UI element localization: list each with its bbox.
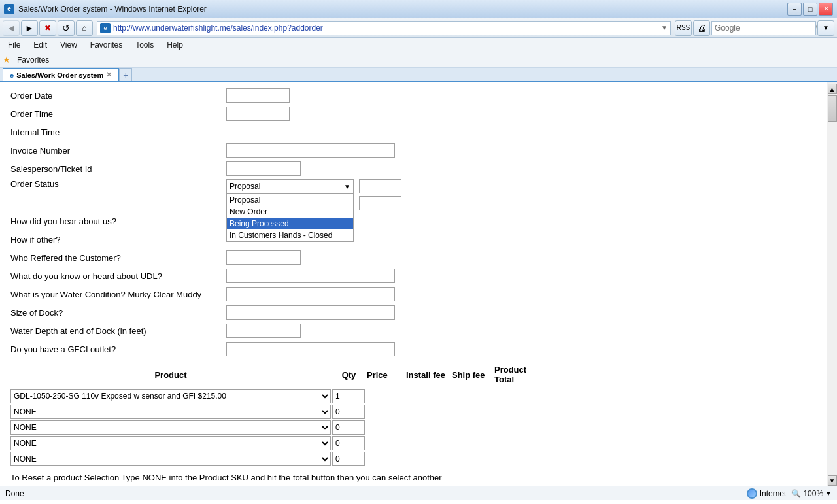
gfci-input[interactable]	[226, 342, 395, 356]
new-tab-button[interactable]: +	[119, 68, 132, 81]
scroll-down-button[interactable]: ▼	[828, 475, 837, 486]
order-date-input[interactable]	[226, 88, 290, 103]
menu-tools[interactable]: Tools	[130, 39, 159, 51]
close-button[interactable]: ✕	[819, 3, 833, 16]
zoom-icon[interactable]: 🔍	[791, 489, 801, 498]
dock-size-input[interactable]	[226, 305, 395, 320]
salesperson-label: Salesperson/Ticket Id	[10, 164, 226, 174]
qty-input-4[interactable]	[332, 452, 365, 466]
who-reffered-input[interactable]	[226, 250, 301, 265]
invoice-number-input[interactable]	[226, 143, 395, 158]
option-proposal[interactable]: Proposal	[227, 194, 353, 206]
product-row-3: NONEGDL-1050-250-SG 110v Exposed w senso…	[10, 436, 816, 450]
title-bar: e Sales/Work Order system - Windows Inte…	[0, 0, 837, 18]
favorites-star-icon: ★	[3, 55, 10, 65]
order-status-row: Order Status Proposal ▼ Proposal New Ord…	[10, 179, 816, 210]
home-button[interactable]: ⌂	[76, 20, 93, 36]
qty-input-1[interactable]	[332, 405, 365, 419]
order-status-select-display[interactable]: Proposal ▼	[226, 179, 354, 193]
product-select-4[interactable]: NONEGDL-1050-250-SG 110v Exposed w senso…	[10, 452, 331, 466]
zoom-dropdown-icon[interactable]: ▼	[825, 490, 832, 497]
product-select-1[interactable]: NONEGDL-1050-250-SG 110v Exposed w senso…	[10, 405, 331, 419]
who-reffered-row: Who Reffered the Customer?	[10, 250, 816, 265]
favorites-item[interactable]: Favorites	[13, 54, 53, 66]
qty-input-3[interactable]	[332, 436, 365, 450]
how-hear-label: How did you hear about us?	[10, 216, 226, 226]
water-depth-label: Water Depth at end of Dock (in feet)	[10, 326, 226, 336]
option-new-order[interactable]: New Order	[227, 206, 353, 218]
order-time-input[interactable]	[226, 107, 290, 121]
zoom-percent: 100%	[803, 489, 823, 498]
favorites-bar: ★ Favorites	[0, 52, 837, 68]
qty-input-2[interactable]	[332, 420, 365, 435]
rss-button[interactable]: RSS	[675, 20, 692, 36]
qty-input-0[interactable]	[332, 389, 365, 403]
reset-info-text: To Reset a product Selection Type NONE i…	[10, 473, 442, 482]
water-condition-label: What is your Water Condition? Murky Clea…	[10, 290, 226, 299]
page-icon: e	[100, 23, 111, 33]
how-other-label: How if other?	[10, 235, 226, 244]
salesperson-input[interactable]	[226, 161, 301, 176]
menu-bar: File Edit View Favorites Tools Help	[0, 38, 837, 52]
order-status-value: Proposal	[227, 182, 341, 191]
menu-view[interactable]: View	[55, 39, 82, 51]
order-date-label: Order Date	[10, 91, 226, 101]
product-select-2[interactable]: NONEGDL-1050-250-SG 110v Exposed w senso…	[10, 420, 331, 435]
order-status-dropdown-icon[interactable]: ▼	[341, 183, 353, 190]
globe-icon	[747, 488, 757, 499]
product-select-0[interactable]: GDL-1050-250-SG 110v Exposed w sensor an…	[10, 389, 331, 403]
forward-button[interactable]: ►	[21, 20, 38, 36]
order-status-dropdown-list: Proposal New Order Being Processed In Cu…	[226, 193, 354, 242]
internet-label: Internet	[760, 489, 787, 498]
who-reffered-label: Who Reffered the Customer?	[10, 253, 226, 263]
menu-file[interactable]: File	[3, 39, 26, 51]
back-button[interactable]: ◄	[3, 20, 20, 36]
window-title: Sales/Work Order system - Windows Intern…	[18, 5, 783, 14]
status-right: Internet 🔍 100% ▼	[747, 488, 832, 499]
product-row-2: NONEGDL-1050-250-SG 110v Exposed w senso…	[10, 420, 816, 435]
search-bar: 🔍	[711, 21, 816, 35]
products-section: Product Qty Price Install fee Ship fee P…	[10, 365, 816, 466]
products-header: Product Qty Price Install fee Ship fee P…	[10, 365, 816, 386]
water-condition-row: What is your Water Condition? Murky Clea…	[10, 286, 816, 302]
stop-button[interactable]: ✖	[39, 20, 56, 36]
zoom-control: 🔍 100% ▼	[791, 489, 832, 498]
maximize-button[interactable]: □	[803, 3, 817, 16]
address-input[interactable]	[113, 24, 658, 33]
scroll-up-button[interactable]: ▲	[828, 84, 837, 94]
order-time-row: Order Time	[10, 106, 816, 122]
scrollbar-track: ▲ ▼	[827, 82, 837, 486]
scroll-thumb[interactable]	[828, 95, 837, 122]
search-input[interactable]	[715, 24, 813, 33]
header-total: Product Total	[494, 365, 547, 384]
gfci-label: Do you have a GFCI outlet?	[10, 344, 226, 354]
tab-close-icon[interactable]: ✕	[106, 71, 112, 79]
minimize-button[interactable]: −	[787, 3, 802, 16]
menu-help[interactable]: Help	[162, 39, 188, 51]
menu-favorites[interactable]: Favorites	[85, 39, 128, 51]
dock-size-label: Size of Dock?	[10, 308, 226, 318]
how-hear-value-input[interactable]	[359, 179, 401, 193]
header-qty: Qty	[331, 370, 367, 380]
nav-bar: ◄ ► ✖ ↺ ⌂ e ▼ RSS 🖨 🔍 ▼	[0, 18, 837, 38]
water-condition-input[interactable]	[226, 287, 395, 301]
refresh-button[interactable]: ↺	[58, 20, 75, 36]
product-select-3[interactable]: NONEGDL-1050-250-SG 110v Exposed w senso…	[10, 436, 331, 450]
option-closed[interactable]: In Customers Hands - Closed	[227, 229, 353, 241]
option-being-processed[interactable]: Being Processed	[227, 218, 353, 229]
order-status-dropdown-container: Proposal ▼ Proposal New Order Being Proc…	[226, 179, 354, 193]
tab-bar: e Sales/Work Order system ✕ +	[0, 68, 837, 82]
invoice-number-row: Invoice Number	[10, 143, 816, 158]
address-bar: e ▼	[97, 21, 671, 35]
tab-main[interactable]: e Sales/Work Order system ✕	[3, 68, 119, 81]
what-know-input[interactable]	[226, 269, 395, 283]
menu-edit[interactable]: Edit	[28, 39, 52, 51]
how-other-value-input[interactable]	[359, 196, 401, 210]
address-dropdown-icon[interactable]: ▼	[661, 24, 668, 31]
water-depth-input[interactable]	[226, 324, 301, 338]
what-know-row: What do you know or heard about UDL?	[10, 268, 816, 284]
invoice-number-label: Invoice Number	[10, 146, 226, 156]
search-dropdown-icon[interactable]: ▼	[817, 20, 834, 36]
order-date-row: Order Date	[10, 88, 816, 103]
print-button[interactable]: 🖨	[693, 20, 710, 36]
